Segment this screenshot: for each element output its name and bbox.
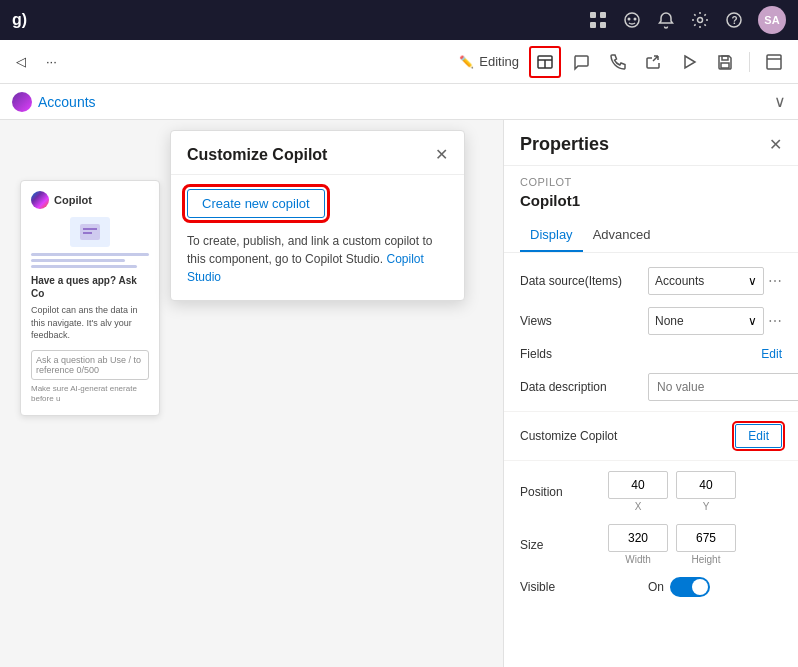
pencil-icon: ✏️ [459,55,474,69]
size-row: Size Width Height [504,518,798,571]
svg-rect-15 [721,63,729,68]
customize-copilot-label: Customize Copilot [520,429,735,443]
fields-row: Fields Edit [504,341,798,367]
props-body: Data source(Items) Accounts ∨ ⋯ Views No… [504,253,798,611]
tab-display[interactable]: Display [520,219,583,252]
copilot-line-1 [31,253,149,256]
back-icon: ◁ [16,54,26,69]
more-button[interactable]: ··· [38,46,65,78]
phone-icon-button[interactable] [601,46,633,78]
save-icon-button[interactable] [709,46,741,78]
svg-text:?: ? [732,15,738,26]
play-icon-button[interactable] [673,46,705,78]
svg-point-5 [628,18,631,21]
props-title: Properties [520,134,609,155]
grid-icon[interactable] [588,10,608,30]
views-value: None ∨ ⋯ [648,307,782,335]
svg-rect-14 [722,56,728,60]
props-header: Properties ✕ [504,120,798,166]
data-source-select[interactable]: Accounts ∨ [648,267,764,295]
size-height-field: Height [676,524,736,565]
layout-icon-button[interactable] [529,46,561,78]
copilot-lines [31,253,149,268]
copilot-canvas-card: Copilot Have a ques app? Ask Co Copilot … [20,180,160,416]
modal-description: To create, publish, and link a custom co… [187,232,448,286]
position-y-input[interactable] [676,471,736,499]
modal-body: Create new copilot To create, publish, a… [171,175,464,300]
copilot-icon-block [70,217,110,247]
help-icon[interactable]: ? [724,10,744,30]
breadcrumb-bar: Accounts ∨ [0,84,798,120]
position-row: Position X Y [504,465,798,518]
modal-header: Customize Copilot ✕ [171,131,464,175]
copilot-nav-icon[interactable] [622,10,642,30]
views-label: Views [520,314,640,328]
customize-copilot-row: Customize Copilot Edit [504,416,798,456]
svg-point-7 [698,18,703,23]
visible-toggle[interactable] [670,577,710,597]
avatar[interactable]: SA [758,6,786,34]
chat-icon-button[interactable] [565,46,597,78]
data-desc-value [648,373,798,401]
toolbar-left: ◁ ··· [8,46,449,78]
views-select[interactable]: None ∨ [648,307,764,335]
data-desc-row: Data description [504,367,798,407]
breadcrumb-expand-icon[interactable]: ∨ [774,92,786,111]
position-label: Position [520,485,600,499]
tab-advanced[interactable]: Advanced [583,219,661,252]
copilot-input-area[interactable]: Ask a question ab Use / to reference 0/5… [31,350,149,380]
copilot-card-title: Copilot [54,194,92,206]
width-label: Width [625,554,651,565]
svg-rect-3 [600,22,606,28]
top-nav: g) [0,0,798,40]
position-x-input[interactable] [608,471,668,499]
props-close-button[interactable]: ✕ [769,135,782,154]
settings-icon[interactable] [690,10,710,30]
copilot-main-text: Have a ques app? Ask Co [31,274,149,300]
size-width-field: Width [608,524,668,565]
position-y-field: Y [676,471,736,512]
modal-close-button[interactable]: ✕ [435,145,448,164]
visible-row: Visible On [504,571,798,603]
size-inputs: Width Height [608,524,736,565]
views-more-icon[interactable]: ⋯ [768,313,782,329]
customize-copilot-modal: Customize Copilot ✕ Create new copilot T… [170,130,465,301]
app-logo-icon [12,92,32,112]
height-label: Height [692,554,721,565]
dropdown-chevron-icon: ∨ [748,274,757,288]
svg-marker-13 [685,56,695,68]
svg-point-6 [634,18,637,21]
data-desc-label: Data description [520,380,640,394]
more-icon: ··· [46,54,57,69]
breadcrumb-text[interactable]: Accounts [38,94,96,110]
main-area: Copilot Have a ques app? Ask Co Copilot … [0,120,798,667]
props-section-label: COPILOT [504,166,798,190]
copilot-line-3 [31,265,137,268]
visible-value: On [648,577,782,597]
size-label: Size [520,538,600,552]
toolbar-divider [749,52,750,72]
share-icon-button[interactable] [637,46,669,78]
data-desc-input[interactable] [648,373,798,401]
app-view-button[interactable] [758,46,790,78]
back-button[interactable]: ◁ [8,46,34,78]
fields-edit-link[interactable]: Edit [761,347,782,361]
toggle-thumb [692,579,708,595]
customize-edit-button[interactable]: Edit [735,424,782,448]
props-component-name: Copilot1 [504,190,798,219]
editing-button[interactable]: ✏️ Editing [453,46,525,78]
tabs-row: Display Advanced [504,219,798,253]
bell-icon[interactable] [656,10,676,30]
data-source-select-text: Accounts [655,274,704,288]
fields-value: Edit [648,347,782,361]
properties-panel: Properties ✕ COPILOT Copilot1 Display Ad… [503,120,798,667]
data-source-more-icon[interactable]: ⋯ [768,273,782,289]
app-title: g) [12,11,27,29]
editing-label: Editing [479,54,519,69]
size-width-input[interactable] [608,524,668,552]
on-label: On [648,580,664,594]
create-copilot-button[interactable]: Create new copilot [187,189,325,218]
size-height-input[interactable] [676,524,736,552]
canvas-area: Copilot Have a ques app? Ask Co Copilot … [0,120,503,667]
views-select-text: None [655,314,684,328]
